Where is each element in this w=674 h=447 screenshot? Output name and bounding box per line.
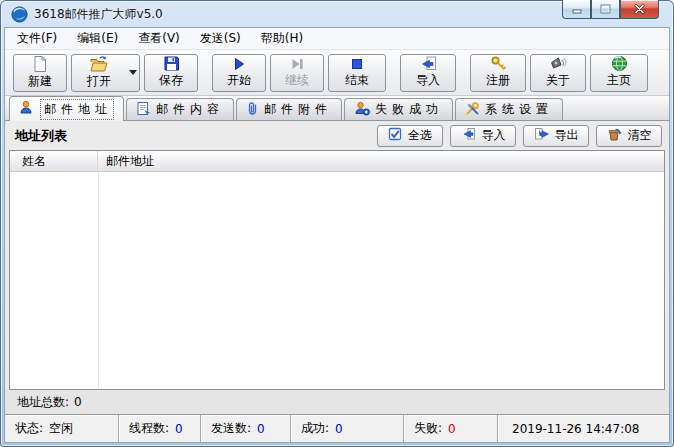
attachment-paperclip-icon <box>246 101 259 119</box>
datetime-segment: 2019-11-26 14:47:08 <box>498 415 669 442</box>
import-button[interactable]: 导入 <box>450 125 516 147</box>
address-list-header: 地址列表 全选 导入 <box>5 121 669 150</box>
address-total-bar: 地址总数: 0 <box>5 390 669 414</box>
new-document-icon <box>31 55 49 73</box>
tab-fail-success[interactable]: 失败成功 <box>344 98 453 120</box>
tab-mail-attachment[interactable]: 邮件附件 <box>236 98 342 120</box>
sent-label: 发送数: <box>211 420 251 437</box>
tab-system-settings[interactable]: 系统设置 <box>455 98 563 120</box>
toolbar-button-label: 关于 <box>546 72 570 89</box>
success-segment: 成功: 0 <box>291 415 404 442</box>
stop-button[interactable]: 结束 <box>328 54 386 92</box>
address-total-value: 0 <box>74 395 82 409</box>
tab-label: 邮件附件 <box>264 101 332 118</box>
toolbar-button-label: 继续 <box>285 72 309 89</box>
column-header-name[interactable]: 姓名 <box>10 151 98 171</box>
save-floppy-icon <box>163 55 180 72</box>
open-button-group: 打开 <box>71 54 140 92</box>
address-person-icon <box>19 100 35 118</box>
minimize-icon <box>572 5 582 14</box>
toolbar: 新建 打开 保存 <box>5 50 669 96</box>
toolbar-button-label: 导入 <box>416 72 440 89</box>
tab-strip: 邮件地址 邮件内容 邮件附件 失败成功 <box>5 96 669 121</box>
sent-value: 0 <box>257 422 265 436</box>
close-icon <box>634 4 645 14</box>
about-megaphone-icon <box>549 55 567 72</box>
register-button[interactable]: 注册 <box>470 54 526 92</box>
tab-mail-address[interactable]: 邮件地址 <box>9 96 124 121</box>
status-label: 状态: <box>15 420 43 437</box>
datetime-value: 2019-11-26 14:47:08 <box>512 422 639 436</box>
column-divider <box>98 172 99 389</box>
app-logo-icon <box>11 6 28 23</box>
menu-edit[interactable]: 编辑(E) <box>69 28 126 49</box>
continue-button[interactable]: 继续 <box>270 54 324 92</box>
toolbar-button-label: 注册 <box>486 72 510 89</box>
small-button-label: 导入 <box>482 127 506 144</box>
app-window: 3618邮件推广大师v5.0 文件(F) 编辑(E) 查看(V) 发送(S) 帮… <box>0 0 674 447</box>
menu-help[interactable]: 帮助(H) <box>253 28 311 49</box>
failed-value: 0 <box>448 422 456 436</box>
tab-mail-content[interactable]: 邮件内容 <box>126 98 234 120</box>
toolbar-button-label: 保存 <box>159 72 183 89</box>
start-button[interactable]: 开始 <box>212 54 266 92</box>
threads-label: 线程数: <box>129 420 169 437</box>
toolbar-button-label: 新建 <box>28 73 52 90</box>
address-action-buttons: 全选 导入 导出 <box>377 125 662 147</box>
import-page-arrow-icon <box>419 55 437 72</box>
titlebar: 3618邮件推广大师v5.0 <box>0 0 674 27</box>
small-button-label: 清空 <box>628 127 652 144</box>
status-value: 空闲 <box>49 420 73 437</box>
about-button[interactable]: 关于 <box>530 54 586 92</box>
export-arrow-right-icon <box>534 127 549 144</box>
failed-segment: 失败: 0 <box>404 415 498 442</box>
tab-label: 失败成功 <box>375 101 443 118</box>
small-button-label: 全选 <box>408 127 432 144</box>
address-list: 姓名 邮件地址 <box>9 150 665 390</box>
toolbar-button-label: 主页 <box>607 72 631 89</box>
panel-title: 地址列表 <box>15 127 67 145</box>
small-button-label: 导出 <box>555 127 579 144</box>
window-controls <box>562 0 659 19</box>
tab-label: 系统设置 <box>485 101 553 118</box>
address-list-column-headers: 姓名 邮件地址 <box>10 151 664 172</box>
column-header-email[interactable]: 邮件地址 <box>98 151 664 171</box>
status-bar: 状态: 空闲 线程数: 0 发送数: 0 成功: 0 失败: 0 2019-11… <box>5 414 669 442</box>
toolbar-button-label: 打开 <box>87 73 111 90</box>
menu-bar: 文件(F) 编辑(E) 查看(V) 发送(S) 帮助(H) <box>5 28 669 50</box>
select-all-checkbox-icon <box>388 127 402 144</box>
open-folder-icon <box>89 55 109 73</box>
person-add-icon <box>354 101 370 119</box>
menu-send[interactable]: 发送(S) <box>192 28 249 49</box>
success-value: 0 <box>335 422 343 436</box>
maximize-button[interactable] <box>591 0 620 19</box>
stop-square-icon <box>349 56 365 72</box>
home-button[interactable]: 主页 <box>590 54 648 92</box>
open-dropdown-button[interactable] <box>126 55 139 91</box>
close-button[interactable] <box>620 0 659 19</box>
tools-settings-icon <box>465 101 480 119</box>
client-area: 文件(F) 编辑(E) 查看(V) 发送(S) 帮助(H) 新建 打开 <box>4 27 670 443</box>
sent-segment: 发送数: 0 <box>201 415 291 442</box>
minimize-button[interactable] <box>562 0 591 19</box>
import-toolbar-button[interactable]: 导入 <box>400 54 456 92</box>
save-button[interactable]: 保存 <box>144 54 198 92</box>
new-button[interactable]: 新建 <box>13 54 67 92</box>
tab-label: 邮件地址 <box>40 99 114 120</box>
threads-value: 0 <box>175 422 183 436</box>
open-button[interactable]: 打开 <box>72 55 126 91</box>
menu-view[interactable]: 查看(V) <box>130 28 188 49</box>
home-globe-icon <box>611 55 628 72</box>
select-all-button[interactable]: 全选 <box>377 125 443 147</box>
menu-file[interactable]: 文件(F) <box>9 28 65 49</box>
toolbar-button-label: 结束 <box>345 72 369 89</box>
clear-trash-icon <box>607 127 622 144</box>
export-button[interactable]: 导出 <box>523 125 589 147</box>
clear-button[interactable]: 清空 <box>596 125 662 147</box>
failed-label: 失败: <box>414 420 442 437</box>
status-segment: 状态: 空闲 <box>5 415 119 442</box>
toolbar-button-label: 开始 <box>227 72 251 89</box>
register-key-icon <box>490 55 507 72</box>
address-page: 地址列表 全选 导入 <box>5 121 669 414</box>
import-arrow-left-icon <box>461 127 476 144</box>
